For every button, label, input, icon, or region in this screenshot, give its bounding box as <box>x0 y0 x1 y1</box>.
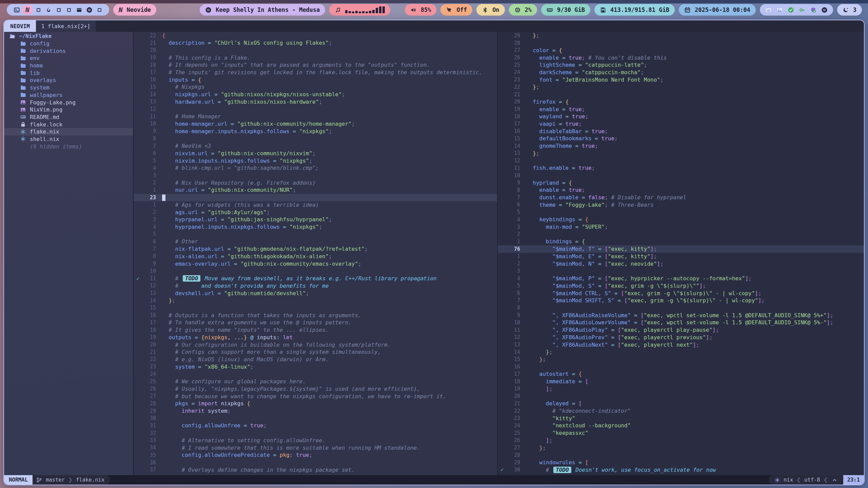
code-line[interactable]: 18 # It depends on "inputs" that are pas… <box>134 61 497 69</box>
screenshot-icon[interactable] <box>776 7 783 13</box>
disk-pill[interactable]: 413.19/915.81 GiB <box>594 4 675 16</box>
tree-item-flake.lock[interactable]: flake.lock <box>4 121 133 128</box>
code-line[interactable]: 2 <box>498 230 864 238</box>
code-line[interactable]: 28 pkgs = import nixpkgs { <box>134 400 497 407</box>
code-line[interactable]: 3 <box>134 172 497 179</box>
code-line[interactable]: 6 theme = "Foggy-Lake"; # Three-Bears <box>498 201 864 209</box>
code-line[interactable]: 21 description = "ChUrl's NixOS config u… <box>134 39 497 47</box>
code-line[interactable]: 10 ", XF86AudioLowerVolume" = ["exec, wp… <box>498 319 864 326</box>
code-line[interactable]: 23 "kitty" <box>498 414 864 422</box>
shield-check-icon[interactable] <box>810 7 816 13</box>
tree-item-lib[interactable]: lib <box>4 69 133 77</box>
key-icon[interactable] <box>799 7 805 13</box>
code-line[interactable]: 17 autostart = { <box>498 370 864 378</box>
clock-pill[interactable]: 2025-06-18 00:04 <box>679 4 756 16</box>
code-line[interactable]: 2 # Nix User Repository (e.g. Firefox ad… <box>134 179 497 186</box>
code-line[interactable]: 11 fish.enable = true; <box>498 164 864 172</box>
code-line[interactable]: 7 dunst.enable = false; # Disable for hy… <box>498 194 864 201</box>
code-line[interactable]: 20 <box>498 392 864 400</box>
code-line[interactable]: 13 }; <box>498 150 864 157</box>
tree-item-derivations[interactable]: derivations <box>4 47 133 55</box>
code-line[interactable]: 36 <box>134 459 497 466</box>
code-line[interactable]: 4 "$mainMod, P" = ["exec, hyprpicker --a… <box>498 275 864 282</box>
code-line[interactable]: 35 config.allowUnfreePredicate = pkg: tr… <box>134 451 497 459</box>
code-line[interactable]: 25 "keepassxc" <box>498 429 864 437</box>
code-line[interactable]: 32 <box>134 429 497 437</box>
code-line[interactable]: 13 hardware.url = "github:nixos/nixos-ha… <box>134 98 497 105</box>
code-line[interactable]: 17 # The inputs' git revisions get locke… <box>134 69 497 76</box>
workspace-8-spotify[interactable] <box>84 5 94 14</box>
code-line[interactable]: 31 config.allowUnfree = true; <box>134 422 497 429</box>
media-player-pill[interactable]: Keep Shelly In Athens - Medusa <box>200 4 325 16</box>
code-line[interactable]: 10 <box>498 172 864 179</box>
code-line[interactable]: 37 # Overlays define changes in the nixp… <box>134 466 497 473</box>
workspace-5-empty[interactable] <box>54 5 64 14</box>
tree-item-wallpapers[interactable]: wallpapers <box>4 92 133 99</box>
code-line[interactable]: 7 "$mainMod SHIFT, S" = ["exec, grim -g … <box>498 297 864 304</box>
code-line[interactable]: 1 bindings = { <box>498 238 864 245</box>
code-line[interactable]: 16 inputs = { <box>134 76 497 83</box>
code-line[interactable]: 9 emacs-overlay.url = "github:nix-commun… <box>134 260 497 267</box>
code-line[interactable]: 1 "$mainMod, E" = ["exec, kitty"]; <box>498 253 864 260</box>
cpu-pill[interactable]: 2% <box>509 4 537 16</box>
code-line[interactable]: 76 "$mainMod, T" = ["exec, kitty"]; <box>498 245 864 253</box>
code-line[interactable]: 25 # We configure our global packages he… <box>134 378 497 385</box>
code-line[interactable]: 22{ <box>134 32 497 39</box>
code-line[interactable]: 26 # Usually, "nixpkgs.legacyPackages.${… <box>134 385 497 393</box>
code-line[interactable]: 33 # Alternative to setting config.allow… <box>134 437 497 444</box>
code-line[interactable]: 12 <box>134 105 497 113</box>
code-line[interactable]: 19 outputs = {nixpkgs, ...} @ inputs: le… <box>134 333 497 341</box>
code-line[interactable]: 24 darkScheme = "catppuccin-mocha"; <box>498 69 864 76</box>
code-line[interactable]: 2 "$mainMod, N" = ["exec, neovide"]; <box>498 260 864 267</box>
code-line[interactable]: 7 # NeoVim <3 <box>134 142 497 150</box>
code-line[interactable]: 1 nur.url = "github:nix-community/NUR"; <box>134 186 497 194</box>
tree-item-NixVim.png[interactable]: NixVim.png <box>4 106 133 114</box>
code-line[interactable]: ✓11 # TODO Move away from devshell, as i… <box>134 275 497 282</box>
code-line[interactable]: 6 nixvim.url = "github:nix-community/nix… <box>134 150 497 157</box>
code-line[interactable]: 18 immediate = [ <box>498 378 864 385</box>
notifications-pill[interactable]: 3 <box>837 4 862 16</box>
workspace-1-terminal[interactable] <box>12 5 22 14</box>
code-line[interactable]: 24 "nextcloud --background" <box>498 422 864 429</box>
code-line[interactable]: 13 ", XF86AudioNext" = ["exec, playerctl… <box>498 341 864 348</box>
editor-pane-left[interactable]: 22{21 description = "ChUrl's NixOS confi… <box>134 32 497 475</box>
code-line[interactable]: 12 <box>498 157 864 164</box>
code-line[interactable]: 22 # "kdeconnect-indicator" <box>498 407 864 415</box>
code-line[interactable]: 3 hyprpanel.url = "github:jas-singhfsu/h… <box>134 216 497 223</box>
code-line[interactable]: 34 # I read somewhere that this is more … <box>134 444 497 451</box>
code-line[interactable]: 27 # but because we want to change the n… <box>134 392 497 400</box>
code-line[interactable]: 17 # To handle extra arguments we use th… <box>134 319 497 326</box>
code-line[interactable]: 30 <box>134 414 497 422</box>
tree-item-overlays[interactable]: overlays <box>4 77 133 84</box>
code-line[interactable]: 25 lightScheme = "catppuccin-latte"; <box>498 61 864 69</box>
code-line[interactable]: 19 ]; <box>498 385 864 393</box>
code-line[interactable]: 21 <box>498 91 864 98</box>
code-line[interactable]: 21 delayed = [ <box>498 400 864 407</box>
code-line[interactable]: 5 <box>498 208 864 216</box>
code-line[interactable]: 14 }; <box>134 297 497 304</box>
code-line[interactable]: 16 <box>498 363 864 370</box>
workspace-9-empty[interactable] <box>94 5 104 14</box>
tree-item-config[interactable]: config <box>4 40 133 47</box>
code-line[interactable]: 23 <box>134 194 497 201</box>
tree-item-home[interactable]: home <box>4 62 133 69</box>
tree-item-shell.nix[interactable]: shell.nix <box>4 136 133 143</box>
code-line[interactable]: 19 enable = true; <box>498 105 864 113</box>
bluetooth-pill[interactable]: On <box>476 4 505 16</box>
code-line[interactable]: 16 disableTabBar = true; <box>498 127 864 135</box>
code-line[interactable]: 8 <box>134 135 497 142</box>
code-line[interactable]: 5 "$mainMod, S" = ["exec, grim -g \"$(sl… <box>498 282 864 289</box>
code-line[interactable]: 29 inherit system; <box>134 407 497 415</box>
wifi-pill[interactable]: Off <box>440 4 472 16</box>
code-line[interactable]: 20 # Our configuration is buildable on t… <box>134 341 497 348</box>
code-line[interactable]: 7 nix-flatpak.url = "github:gmodena/nix-… <box>134 245 497 253</box>
spotify-tray-icon[interactable] <box>821 7 828 13</box>
workspace-7-files[interactable] <box>74 5 84 14</box>
code-line[interactable]: 17 vaapi = true; <box>498 120 864 128</box>
code-line[interactable]: 22 }; <box>498 83 864 91</box>
volume-pill[interactable]: 85% <box>405 4 437 16</box>
code-line[interactable]: 14 nixpkgs.url = "github:nixos/nixpkgs/n… <box>134 91 497 98</box>
code-line[interactable]: 4 # blink-cmp.url = "github:saghen/blink… <box>134 164 497 172</box>
memory-pill[interactable]: 9/30 GiB <box>541 4 590 16</box>
code-line[interactable]: 15 defaultBookmarks = true; <box>498 135 864 142</box>
